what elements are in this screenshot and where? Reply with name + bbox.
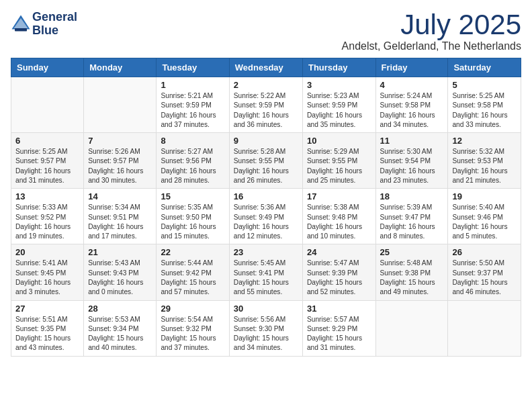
- calendar-cell: 20Sunrise: 5:41 AMSunset: 9:45 PMDayligh…: [11, 244, 84, 300]
- day-info: Sunrise: 5:32 AMSunset: 9:53 PMDaylight:…: [452, 147, 517, 185]
- day-info: Sunrise: 5:29 AMSunset: 9:55 PMDaylight:…: [307, 147, 371, 185]
- day-number: 24: [307, 247, 371, 257]
- day-info: Sunrise: 5:25 AMSunset: 9:57 PMDaylight:…: [15, 147, 79, 185]
- calendar-week-3: 13Sunrise: 5:33 AMSunset: 9:52 PMDayligh…: [11, 189, 521, 244]
- calendar-table: SundayMondayTuesdayWednesdayThursdayFrid…: [11, 58, 521, 357]
- day-number: 16: [234, 191, 298, 201]
- calendar-cell: 30Sunrise: 5:56 AMSunset: 9:30 PMDayligh…: [229, 300, 302, 356]
- calendar-header-row: SundayMondayTuesdayWednesdayThursdayFrid…: [11, 58, 521, 77]
- day-info: Sunrise: 5:22 AMSunset: 9:59 PMDaylight:…: [234, 91, 298, 130]
- day-number: 25: [380, 247, 444, 257]
- day-number: 18: [380, 191, 444, 201]
- day-info: Sunrise: 5:34 AMSunset: 9:51 PMDaylight:…: [88, 203, 152, 241]
- calendar-cell: 31Sunrise: 5:57 AMSunset: 9:29 PMDayligh…: [302, 300, 375, 356]
- day-info: Sunrise: 5:27 AMSunset: 9:56 PMDaylight:…: [161, 147, 224, 185]
- calendar-cell: 25Sunrise: 5:48 AMSunset: 9:38 PMDayligh…: [375, 244, 448, 300]
- calendar-week-2: 6Sunrise: 5:25 AMSunset: 9:57 PMDaylight…: [11, 133, 521, 189]
- day-number: 1: [161, 80, 224, 90]
- day-info: Sunrise: 5:50 AMSunset: 9:37 PMDaylight:…: [452, 259, 517, 297]
- calendar-cell: 2Sunrise: 5:22 AMSunset: 9:59 PMDaylight…: [229, 77, 302, 133]
- header-monday: Monday: [84, 58, 157, 77]
- calendar-cell: 22Sunrise: 5:44 AMSunset: 9:42 PMDayligh…: [157, 244, 229, 300]
- page-header: General Blue July 2025 Andelst, Gelderla…: [11, 11, 521, 52]
- day-info: Sunrise: 5:25 AMSunset: 9:58 PMDaylight:…: [452, 91, 517, 130]
- day-number: 2: [234, 80, 298, 90]
- title-block: July 2025 Andelst, Gelderland, The Nethe…: [342, 11, 521, 52]
- day-number: 11: [380, 136, 444, 146]
- day-number: 21: [88, 247, 152, 257]
- calendar-cell: [375, 300, 448, 356]
- day-number: 3: [307, 80, 371, 90]
- calendar-cell: 23Sunrise: 5:45 AMSunset: 9:41 PMDayligh…: [229, 244, 302, 300]
- day-number: 17: [307, 191, 371, 201]
- calendar-week-1: 1Sunrise: 5:21 AMSunset: 9:59 PMDaylight…: [11, 77, 521, 133]
- day-info: Sunrise: 5:40 AMSunset: 9:46 PMDaylight:…: [452, 203, 517, 241]
- logo-text: General Blue: [32, 11, 77, 38]
- day-info: Sunrise: 5:57 AMSunset: 9:29 PMDaylight:…: [307, 315, 371, 353]
- day-number: 10: [307, 136, 371, 146]
- calendar-cell: 10Sunrise: 5:29 AMSunset: 9:55 PMDayligh…: [302, 133, 375, 189]
- day-info: Sunrise: 5:43 AMSunset: 9:43 PMDaylight:…: [88, 259, 152, 297]
- day-number: 12: [452, 136, 517, 146]
- day-number: 22: [161, 247, 224, 257]
- month-year-title: July 2025: [342, 11, 521, 39]
- calendar-cell: 3Sunrise: 5:23 AMSunset: 9:59 PMDaylight…: [302, 77, 375, 133]
- day-number: 6: [15, 136, 79, 146]
- day-number: 26: [452, 247, 517, 257]
- calendar-cell: 12Sunrise: 5:32 AMSunset: 9:53 PMDayligh…: [448, 133, 521, 189]
- day-info: Sunrise: 5:51 AMSunset: 9:35 PMDaylight:…: [15, 315, 79, 353]
- day-number: 28: [88, 304, 152, 314]
- calendar-cell: 24Sunrise: 5:47 AMSunset: 9:39 PMDayligh…: [302, 244, 375, 300]
- header-wednesday: Wednesday: [229, 58, 302, 77]
- calendar-cell: 6Sunrise: 5:25 AMSunset: 9:57 PMDaylight…: [11, 133, 84, 189]
- logo: General Blue: [11, 11, 77, 38]
- calendar-cell: 21Sunrise: 5:43 AMSunset: 9:43 PMDayligh…: [84, 244, 157, 300]
- calendar-cell: 27Sunrise: 5:51 AMSunset: 9:35 PMDayligh…: [11, 300, 84, 356]
- calendar-cell: 15Sunrise: 5:35 AMSunset: 9:50 PMDayligh…: [157, 189, 229, 244]
- day-info: Sunrise: 5:47 AMSunset: 9:39 PMDaylight:…: [307, 259, 371, 297]
- logo-icon: [11, 14, 31, 34]
- day-number: 31: [307, 304, 371, 314]
- day-info: Sunrise: 5:48 AMSunset: 9:38 PMDaylight:…: [380, 259, 444, 297]
- calendar-cell: 19Sunrise: 5:40 AMSunset: 9:46 PMDayligh…: [448, 189, 521, 244]
- day-info: Sunrise: 5:53 AMSunset: 9:34 PMDaylight:…: [88, 315, 152, 353]
- calendar-cell: 14Sunrise: 5:34 AMSunset: 9:51 PMDayligh…: [84, 189, 157, 244]
- day-info: Sunrise: 5:54 AMSunset: 9:32 PMDaylight:…: [161, 315, 224, 353]
- day-number: 8: [161, 136, 224, 146]
- calendar-cell: 1Sunrise: 5:21 AMSunset: 9:59 PMDaylight…: [157, 77, 229, 133]
- calendar-cell: 16Sunrise: 5:36 AMSunset: 9:49 PMDayligh…: [229, 189, 302, 244]
- day-number: 9: [234, 136, 298, 146]
- day-number: 14: [88, 191, 152, 201]
- day-info: Sunrise: 5:41 AMSunset: 9:45 PMDaylight:…: [15, 259, 79, 297]
- calendar-cell: 7Sunrise: 5:26 AMSunset: 9:57 PMDaylight…: [84, 133, 157, 189]
- day-info: Sunrise: 5:28 AMSunset: 9:55 PMDaylight:…: [234, 147, 298, 185]
- calendar-cell: 17Sunrise: 5:38 AMSunset: 9:48 PMDayligh…: [302, 189, 375, 244]
- day-number: 19: [452, 191, 517, 201]
- calendar-cell: [84, 77, 157, 133]
- header-sunday: Sunday: [11, 58, 84, 77]
- day-number: 23: [234, 247, 298, 257]
- calendar-cell: [11, 77, 84, 133]
- day-number: 7: [88, 136, 152, 146]
- day-number: 27: [15, 304, 79, 314]
- header-saturday: Saturday: [448, 58, 521, 77]
- day-info: Sunrise: 5:56 AMSunset: 9:30 PMDaylight:…: [234, 315, 298, 353]
- calendar-cell: 9Sunrise: 5:28 AMSunset: 9:55 PMDaylight…: [229, 133, 302, 189]
- logo-line1: General: [32, 11, 77, 24]
- day-info: Sunrise: 5:39 AMSunset: 9:47 PMDaylight:…: [380, 203, 444, 241]
- header-tuesday: Tuesday: [157, 58, 229, 77]
- header-friday: Friday: [375, 58, 448, 77]
- day-info: Sunrise: 5:24 AMSunset: 9:58 PMDaylight:…: [380, 91, 444, 130]
- day-info: Sunrise: 5:36 AMSunset: 9:49 PMDaylight:…: [234, 203, 298, 241]
- day-number: 20: [15, 247, 79, 257]
- day-info: Sunrise: 5:35 AMSunset: 9:50 PMDaylight:…: [161, 203, 224, 241]
- day-info: Sunrise: 5:44 AMSunset: 9:42 PMDaylight:…: [161, 259, 224, 297]
- day-info: Sunrise: 5:30 AMSunset: 9:54 PMDaylight:…: [380, 147, 444, 185]
- svg-rect-2: [15, 28, 27, 32]
- calendar-week-5: 27Sunrise: 5:51 AMSunset: 9:35 PMDayligh…: [11, 300, 521, 356]
- day-info: Sunrise: 5:33 AMSunset: 9:52 PMDaylight:…: [15, 203, 79, 241]
- calendar-cell: 13Sunrise: 5:33 AMSunset: 9:52 PMDayligh…: [11, 189, 84, 244]
- day-number: 15: [161, 191, 224, 201]
- calendar-week-4: 20Sunrise: 5:41 AMSunset: 9:45 PMDayligh…: [11, 244, 521, 300]
- day-number: 29: [161, 304, 224, 314]
